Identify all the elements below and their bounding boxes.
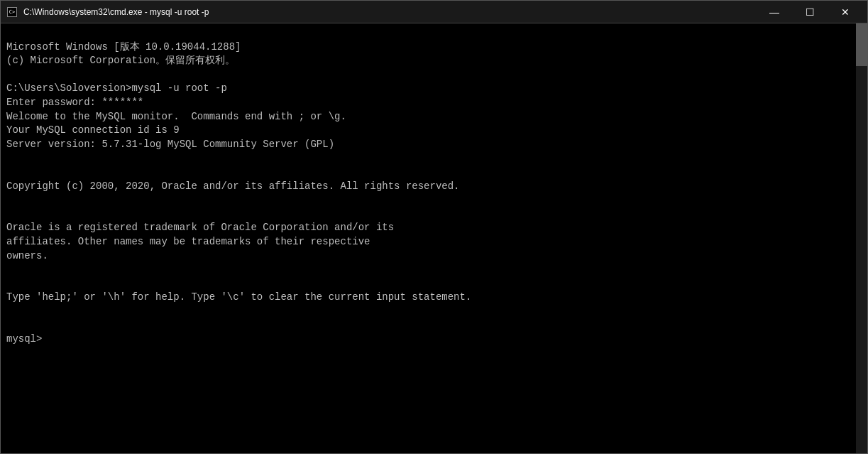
line-16: Type 'help;' or '\h' for help. Type '\c'…	[6, 291, 471, 303]
terminal-output: Microsoft Windows [版本 10.0.19044.1288] (…	[6, 26, 862, 360]
line-13: affiliates. Other names may be trademark…	[6, 236, 370, 247]
title-bar-left: C:\Windows\system32\cmd.exe - mysql -u r…	[6, 6, 209, 18]
line-12: Oracle is a registered trademark of Orac…	[6, 222, 394, 233]
terminal-body[interactable]: Microsoft Windows [版本 10.0.19044.1288] (…	[1, 23, 867, 453]
line-2: (c) Microsoft Corporation。保留所有权利。	[6, 55, 235, 66]
cmd-icon	[6, 6, 18, 18]
scrollbar-thumb[interactable]	[856, 23, 867, 66]
line-14: owners.	[6, 250, 48, 261]
line-7: Your MySQL connection id is 9	[6, 124, 180, 136]
close-button[interactable]: ✕	[829, 2, 862, 22]
cmd-window: C:\Windows\system32\cmd.exe - mysql -u r…	[0, 0, 868, 454]
window-controls: — ☐ ✕	[758, 2, 862, 22]
title-bar: C:\Windows\system32\cmd.exe - mysql -u r…	[1, 1, 867, 23]
line-6: Welcome to the MySQL monitor. Commands e…	[6, 111, 346, 122]
line-8: Server version: 5.7.31-log MySQL Communi…	[6, 139, 334, 150]
line-5: Enter password: *******	[6, 97, 143, 108]
line-1: Microsoft Windows [版本 10.0.19044.1288]	[6, 41, 241, 53]
line-10: Copyright (c) 2000, 2020, Oracle and/or …	[6, 180, 460, 192]
line-4: C:\Users\Soloversion>mysql -u root -p	[6, 82, 227, 94]
maximize-button[interactable]: ☐	[793, 2, 826, 22]
scrollbar[interactable]	[856, 23, 867, 453]
line-18: mysql>	[6, 333, 42, 345]
minimize-button[interactable]: —	[758, 2, 791, 22]
window-title: C:\Windows\system32\cmd.exe - mysql -u r…	[23, 7, 209, 17]
